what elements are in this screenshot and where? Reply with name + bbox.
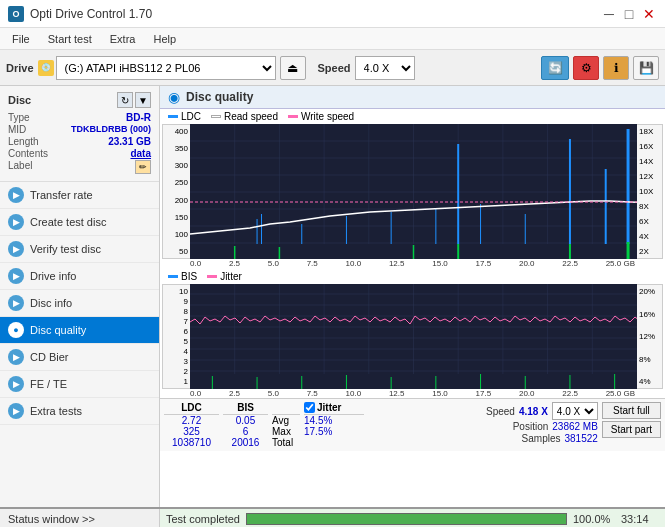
drive-info-icon: ▶ [8,268,24,284]
bis-legend-dot [168,275,178,278]
type-label: Type [8,112,30,123]
samples-value: 381522 [564,433,597,444]
ldc-legend-label: LDC [181,111,201,122]
start-full-button[interactable]: Start full [602,402,661,419]
bottom-chart-area: 10 9 8 7 6 5 4 3 2 1 [162,284,663,389]
type-value: BD-R [126,112,151,123]
settings-button[interactable]: ⚙ [573,56,599,80]
ldc-total: 1038710 [164,437,219,448]
nav-create-test-disc-label: Create test disc [30,216,106,228]
eject-button[interactable]: ⏏ [280,56,306,80]
fe-te-icon: ▶ [8,376,24,392]
top-chart-legend: LDC Read speed Write speed [160,109,665,124]
bis-legend: BIS [168,271,197,282]
nav-disc-info[interactable]: ▶ Disc info [0,290,159,317]
ldc-legend-dot [168,115,178,118]
ldc-max: 325 [164,426,219,437]
jitter-legend: Jitter [207,271,242,282]
disc-info-icon: ▶ [8,295,24,311]
nav-create-test-disc[interactable]: ▶ Create test disc [0,209,159,236]
disc-quality-section-icon: ◉ [168,89,180,105]
nav-drive-info-label: Drive info [30,270,76,282]
time-value: 33:14 [621,513,659,525]
transfer-rate-icon: ▶ [8,187,24,203]
app-title: Opti Drive Control 1.70 [30,7,152,21]
label-label: Label [8,160,32,174]
disc-mid-row: MID TDKBLDRBB (000) [8,124,151,135]
stats-section: LDC 2.72 325 1038710 BIS 0.05 6 20016 Av… [160,398,665,451]
total-label: Total [272,437,300,448]
drive-icon: 💿 [38,60,54,76]
nav-cd-bier[interactable]: ▶ CD Bier [0,344,159,371]
start-buttons[interactable]: Start full Start part [602,402,661,438]
mid-label: MID [8,124,26,135]
top-chart-y-right: 18X 16X 14X 12X 10X 8X 6X 4X 2X [637,124,663,259]
title-bar-controls[interactable]: ─ □ ✕ [601,6,657,22]
write-speed-legend: Write speed [288,111,354,122]
ldc-avg: 2.72 [164,415,219,426]
speed-dropdown[interactable]: 4.0 X [552,402,598,420]
nav-disc-quality[interactable]: ● Disc quality [0,317,159,344]
progress-bar-inner [247,514,566,524]
speed-label: Speed [318,62,351,74]
jitter-checkbox[interactable] [304,402,315,413]
disc-quality-header: ◉ Disc quality [160,86,665,109]
speed-select[interactable]: 4.0 X [355,56,415,80]
nav-disc-info-label: Disc info [30,297,72,309]
minimize-button[interactable]: ─ [601,6,617,22]
nav-fe-te[interactable]: ▶ FE / TE [0,371,159,398]
bis-stats: BIS 0.05 6 20016 [223,402,268,448]
start-part-button[interactable]: Start part [602,421,661,438]
nav-extra-tests[interactable]: ▶ Extra tests [0,398,159,425]
title-bar-left: O Opti Drive Control 1.70 [8,6,152,22]
menu-start-test[interactable]: Start test [40,31,100,47]
close-button[interactable]: ✕ [641,6,657,22]
drive-select[interactable]: (G:) ATAPI iHBS112 2 PL06 [56,56,276,80]
disc-quality-icon: ● [8,322,24,338]
create-test-disc-icon: ▶ [8,214,24,230]
jitter-max: 17.5% [304,426,364,437]
main-area: Disc ↻ ▼ Type BD-R MID TDKBLDRBB (000) L… [0,86,665,507]
bis-avg: 0.05 [223,415,268,426]
refresh-button[interactable]: 🔄 [541,56,569,80]
top-chart-x-axis: 0.0 2.5 5.0 7.5 10.0 12.5 15.0 17.5 20.0… [190,259,635,268]
label-edit-btn[interactable]: ✏ [135,160,151,174]
nav-transfer-rate[interactable]: ▶ Transfer rate [0,182,159,209]
contents-label: Contents [8,148,48,159]
disc-info-btn[interactable]: ▼ [135,92,151,108]
toolbar: Drive 💿 (G:) ATAPI iHBS112 2 PL06 ⏏ Spee… [0,50,665,86]
bottom-status-bar: Status window >> Test completed 100.0% 3… [0,507,665,527]
ldc-legend: LDC [168,111,201,122]
info-button[interactable]: ℹ [603,56,629,80]
max-label: Max [272,426,300,437]
menu-extra[interactable]: Extra [102,31,144,47]
nav-verify-test-disc[interactable]: ▶ Verify test disc [0,236,159,263]
contents-value[interactable]: data [130,148,151,159]
cd-bier-icon: ▶ [8,349,24,365]
position-label: Position [513,421,549,432]
status-window-button[interactable]: Status window >> [0,509,160,527]
menu-help[interactable]: Help [145,31,184,47]
avg-label: Avg [272,415,300,426]
progress-bar-outer [246,513,567,525]
title-bar: O Opti Drive Control 1.70 ─ □ ✕ [0,0,665,28]
position-value: 23862 MB [552,421,598,432]
speed-value: 4.18 X [519,406,548,417]
save-button[interactable]: 💾 [633,56,659,80]
jitter-header: Jitter [317,402,341,413]
nav-transfer-rate-label: Transfer rate [30,189,93,201]
disc-length-row: Length 23.31 GB [8,136,151,147]
stats-row-labels: Avg Max Total [272,402,300,448]
jitter-stats: Jitter 14.5% 17.5% [304,402,364,448]
nav-drive-info[interactable]: ▶ Drive info [0,263,159,290]
top-chart-svg [190,124,637,259]
top-chart-area: 400 350 300 250 200 150 100 50 [162,124,663,259]
verify-test-disc-icon: ▶ [8,241,24,257]
disc-refresh-btn[interactable]: ↻ [117,92,133,108]
bottom-chart-svg [190,284,637,389]
ldc-header: LDC [164,402,219,415]
maximize-button[interactable]: □ [621,6,637,22]
nav-fe-te-label: FE / TE [30,378,67,390]
menu-file[interactable]: File [4,31,38,47]
read-speed-legend: Read speed [211,111,278,122]
